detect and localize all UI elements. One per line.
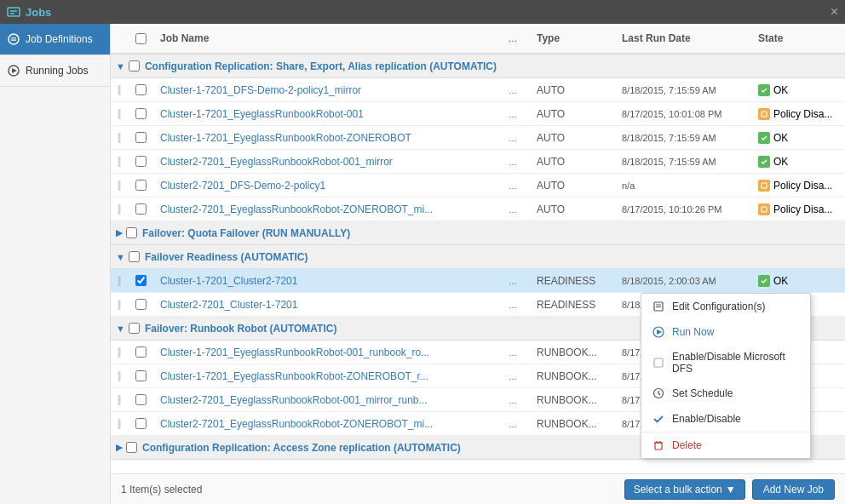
context-menu-edit-config[interactable]: Edit Configuration(s) bbox=[641, 294, 810, 319]
svg-marker-7 bbox=[12, 68, 17, 73]
sidebar-item-running-jobs[interactable]: Running Jobs bbox=[0, 55, 110, 87]
drag-handle[interactable]: ║ bbox=[111, 276, 128, 285]
context-item-label: Set Schedule bbox=[672, 387, 733, 399]
table-row: ║ Cluster2-7201_EyeglassRunbookRobot-ZON… bbox=[111, 198, 845, 221]
row-checkbox[interactable] bbox=[128, 203, 153, 215]
row-action-dots[interactable]: ... bbox=[496, 157, 530, 167]
group-label-4[interactable]: Failover: Runbook Robot (AUTOMATIC) bbox=[145, 323, 337, 335]
row-action-dots[interactable]: ... bbox=[496, 204, 530, 215]
status-icon-ok bbox=[758, 156, 770, 168]
row-type: RUNBOOK... bbox=[530, 394, 615, 406]
add-new-job-button[interactable]: Add New Job bbox=[752, 479, 835, 500]
row-action-dots[interactable]: ... bbox=[496, 133, 530, 143]
row-action-dots[interactable]: ... bbox=[496, 109, 530, 119]
status-icon-ok bbox=[758, 275, 770, 287]
row-action-dots[interactable]: ... bbox=[496, 276, 530, 286]
row-name: Cluster-1-7201_EyeglassRunbookRobot-ZONE… bbox=[153, 370, 496, 382]
group-label-1[interactable]: Configuration Replication: Share, Export… bbox=[145, 60, 497, 72]
edit-icon bbox=[652, 300, 665, 313]
svg-rect-5 bbox=[11, 40, 16, 41]
drag-handle[interactable]: ║ bbox=[111, 347, 128, 357]
row-type: AUTO bbox=[530, 108, 615, 120]
row-name: Cluster-1-7201_EyeglassRunbookRobot-ZONE… bbox=[153, 132, 496, 144]
table-row: ║ Cluster-1-7201_EyeglassRunbookRobot-ZO… bbox=[111, 126, 845, 150]
row-checkbox[interactable] bbox=[128, 132, 153, 143]
drag-handle[interactable]: ║ bbox=[111, 85, 128, 94]
context-menu: Edit Configuration(s) Run Now Enable/Dis… bbox=[641, 293, 811, 459]
row-checkbox[interactable] bbox=[128, 418, 153, 429]
row-date: n/a bbox=[615, 180, 751, 191]
sidebar-item-job-definitions[interactable]: Job Definitions bbox=[0, 24, 110, 55]
row-checkbox[interactable] bbox=[128, 180, 153, 191]
context-menu-enable-disable-dfs[interactable]: Enable/Disable Microsoft DFS bbox=[641, 345, 810, 381]
row-type: AUTO bbox=[530, 84, 615, 96]
row-state: OK bbox=[751, 132, 845, 144]
app-title: Jobs bbox=[7, 5, 51, 19]
drag-handle[interactable]: ║ bbox=[111, 371, 128, 381]
group-checkbox-4[interactable] bbox=[129, 323, 140, 334]
row-action-dots[interactable]: ... bbox=[496, 85, 530, 95]
group-toggle-1[interactable]: ▼ bbox=[116, 61, 125, 72]
group-checkbox-5[interactable] bbox=[126, 442, 137, 453]
row-action-dots[interactable]: ... bbox=[496, 371, 530, 381]
state-text: OK bbox=[773, 132, 788, 144]
row-action-dots[interactable]: ... bbox=[496, 300, 530, 310]
group-label-5[interactable]: Configuration Replication: Access Zone r… bbox=[142, 442, 461, 454]
context-menu-enable-disable[interactable]: Enable/Disable bbox=[641, 406, 810, 432]
row-action-dots[interactable]: ... bbox=[496, 419, 530, 429]
row-checkbox[interactable] bbox=[128, 370, 153, 381]
select-all-col[interactable] bbox=[128, 33, 153, 44]
state-text: OK bbox=[773, 84, 788, 96]
context-item-label: Edit Configuration(s) bbox=[672, 301, 765, 312]
bulk-action-label: Select a bulk action bbox=[634, 484, 722, 495]
context-menu-set-schedule[interactable]: Set Schedule bbox=[641, 381, 810, 406]
group-row: ▼ Configuration Replication: Share, Expo… bbox=[111, 54, 845, 78]
group-checkbox-1[interactable] bbox=[129, 60, 140, 72]
row-checkbox[interactable] bbox=[128, 299, 153, 310]
row-action-dots[interactable]: ... bbox=[496, 395, 530, 405]
drag-handle[interactable]: ║ bbox=[111, 133, 128, 142]
group-label-3[interactable]: Failover Readiness (AUTOMATIC) bbox=[145, 251, 308, 263]
row-date: 8/17/2015, 10:10:26 PM bbox=[615, 204, 751, 215]
drag-handle[interactable]: ║ bbox=[111, 180, 128, 190]
row-checkbox[interactable] bbox=[128, 84, 153, 95]
drag-handle[interactable]: ║ bbox=[111, 109, 128, 118]
group-checkbox-2[interactable] bbox=[126, 227, 137, 238]
select-all-checkbox[interactable] bbox=[135, 33, 147, 44]
status-icon-dis bbox=[758, 203, 770, 215]
row-type: AUTO bbox=[530, 180, 615, 192]
drag-handle[interactable]: ║ bbox=[111, 204, 128, 214]
row-date: 8/18/2015, 7:15:59 AM bbox=[615, 157, 751, 167]
row-checkbox[interactable] bbox=[128, 346, 153, 358]
row-date: 8/18/2015, 7:15:59 AM bbox=[615, 85, 751, 95]
row-action-dots[interactable]: ... bbox=[496, 347, 530, 358]
close-button[interactable]: × bbox=[831, 4, 838, 20]
row-checkbox[interactable] bbox=[128, 108, 153, 119]
group-label-2[interactable]: Failover: Quota Failover (RUN MANUALLY) bbox=[142, 227, 350, 239]
row-name: Cluster-1-7201_DFS-Demo-2-policy1_mirror bbox=[153, 84, 496, 96]
group-toggle-2[interactable]: ▶ bbox=[116, 227, 123, 238]
drag-handle[interactable]: ║ bbox=[111, 300, 128, 309]
row-checkbox[interactable] bbox=[128, 275, 153, 286]
run-icon bbox=[652, 325, 665, 339]
group-toggle-5[interactable]: ▶ bbox=[116, 442, 123, 453]
context-menu-delete[interactable]: Delete bbox=[641, 432, 810, 458]
row-type: RUNBOOK... bbox=[530, 418, 615, 430]
state-text: OK bbox=[773, 275, 788, 287]
drag-handle[interactable]: ║ bbox=[111, 157, 128, 166]
col-header-state: State bbox=[751, 32, 845, 44]
drag-handle[interactable]: ║ bbox=[111, 395, 128, 404]
group-checkbox-3[interactable] bbox=[129, 251, 140, 262]
row-checkbox[interactable] bbox=[128, 394, 153, 405]
footer: 1 Item(s) selected Select a bulk action … bbox=[111, 473, 845, 504]
group-toggle-3[interactable]: ▼ bbox=[116, 252, 125, 262]
group-toggle-4[interactable]: ▼ bbox=[116, 324, 125, 334]
col-header-date: Last Run Date bbox=[615, 32, 751, 44]
drag-handle[interactable]: ║ bbox=[111, 419, 128, 428]
row-name: Cluster2-7201_DFS-Demo-2-policy1 bbox=[153, 180, 496, 192]
row-checkbox[interactable] bbox=[128, 156, 153, 167]
row-action-dots[interactable]: ... bbox=[496, 180, 530, 191]
context-menu-run-now[interactable]: Run Now bbox=[641, 319, 810, 345]
bulk-action-button[interactable]: Select a bulk action ▼ bbox=[624, 479, 745, 500]
trash-icon bbox=[652, 438, 665, 452]
